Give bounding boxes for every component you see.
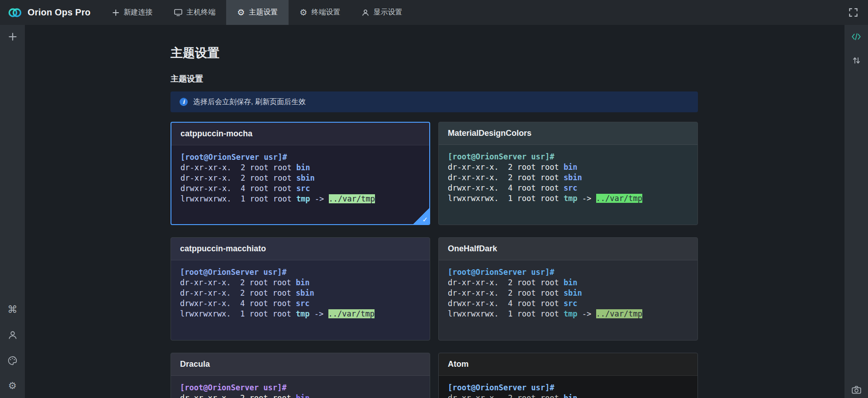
theme-grid: catppuccin-mocha [root@OrionServer usr]#… [171, 122, 698, 398]
terminal-icon [174, 9, 182, 16]
gear-icon: ⚙ [299, 8, 307, 17]
check-mark: ✓ [422, 216, 428, 224]
nav-item-label: 新建连接 [123, 8, 152, 17]
theme-card[interactable]: Atom [root@OrionServer usr]#dr-xr-xr-x. … [438, 353, 698, 398]
theme-card[interactable]: Dracula [root@OrionServer usr]#dr-xr-xr-… [171, 353, 430, 398]
palette-icon[interactable] [7, 355, 19, 366]
terminal-prompt-line: [root@OrionServer usr]# [448, 267, 688, 278]
terminal-line: dr-xr-xr-x. 2 root root bin [448, 393, 688, 398]
terminal-line: dr-xr-xr-x. 2 root root bin [180, 393, 421, 398]
terminal-prompt-line: [root@OrionServer usr]# [448, 383, 688, 393]
theme-card[interactable]: MaterialDesignColors [root@OrionServer u… [438, 122, 698, 225]
selected-check-icon: ✓ [413, 207, 430, 225]
theme-card-header: OneHalfDark [439, 238, 697, 260]
terminal-preview: [root@OrionServer usr]#dr-xr-xr-x. 2 roo… [171, 145, 429, 211]
theme-name: catppuccin-mocha [180, 129, 252, 139]
nav-item-label: 终端设置 [311, 8, 340, 17]
terminal-line: dr-xr-xr-x. 2 root root bin [180, 163, 420, 173]
nav-item[interactable]: 主机终端 [163, 0, 226, 25]
terminal-line: dr-xr-xr-x. 2 root root bin [448, 162, 688, 173]
terminal-line: drwxr-xr-x. 4 root root src [180, 183, 420, 194]
topbar: Orion Ops Pro 新建连接 主机终端 ⚙ 主题设置 ⚙ 终端设置 [0, 0, 868, 25]
terminal-preview: [root@OrionServer usr]#dr-xr-xr-x. 2 roo… [439, 145, 697, 211]
info-alert-text: 选择后会立刻保存, 刷新页面后生效 [193, 97, 306, 107]
right-rail [844, 25, 868, 398]
theme-card-header: Atom [439, 353, 697, 376]
camera-icon[interactable] [850, 384, 862, 396]
section-title: 主题设置 [171, 74, 844, 84]
nav-item[interactable]: ⚙ 主题设置 [226, 0, 289, 25]
terminal-prompt-line: [root@OrionServer usr]# [180, 152, 420, 163]
terminal-prompt-line: [root@OrionServer usr]# [448, 152, 688, 162]
terminal-prompt-line: [root@OrionServer usr]# [180, 267, 421, 278]
theme-card-header: catppuccin-macchiato [171, 238, 430, 260]
nav-item[interactable]: 显示设置 [351, 0, 413, 25]
theme-name: catppuccin-macchiato [180, 244, 266, 254]
fullscreen-icon[interactable] [849, 8, 858, 17]
app-brand: Orion Ops Pro [0, 5, 101, 20]
left-rail: ⌘ ⚙ [0, 25, 25, 398]
terminal-line: drwxr-xr-x. 4 root root src [448, 183, 688, 193]
nav-item-label: 显示设置 [373, 8, 402, 17]
terminal-line: drwxr-xr-x. 4 root root src [180, 298, 421, 309]
top-nav: 新建连接 主机终端 ⚙ 主题设置 ⚙ 终端设置 显示设置 [101, 0, 413, 25]
app-logo-icon [7, 5, 23, 20]
theme-name: MaterialDesignColors [448, 129, 531, 138]
page-title: 主题设置 [171, 45, 844, 61]
theme-card-header: catppuccin-mocha [171, 123, 429, 145]
main-content: 主题设置 主题设置 i 选择后会立刻保存, 刷新页面后生效 catppuccin… [25, 25, 844, 398]
theme-card-header: Dracula [171, 353, 430, 376]
terminal-preview: [root@OrionServer usr]#dr-xr-xr-x. 2 roo… [439, 260, 697, 326]
theme-name: Atom [448, 360, 469, 369]
terminal-line: lrwxrwxrwx. 1 root root tmp -> ../var/tm… [180, 309, 421, 319]
sort-icon[interactable] [850, 54, 862, 66]
app-title: Orion Ops Pro [28, 7, 90, 18]
terminal-line: dr-xr-xr-x. 2 root root sbin [180, 288, 421, 298]
terminal-line: dr-xr-xr-x. 2 root root sbin [448, 173, 688, 183]
plus-icon[interactable] [7, 31, 19, 43]
terminal-line: drwxr-xr-x. 4 root root src [448, 298, 688, 309]
terminal-line: lrwxrwxrwx. 1 root root tmp -> ../var/tm… [180, 194, 420, 204]
info-icon: i [180, 98, 188, 106]
gear-icon[interactable]: ⚙ [7, 380, 19, 392]
info-alert: i 选择后会立刻保存, 刷新页面后生效 [171, 91, 698, 112]
theme-name: Dracula [180, 360, 210, 369]
theme-card-header: MaterialDesignColors [439, 122, 697, 145]
user-icon [362, 9, 369, 16]
nav-item-label: 主题设置 [249, 8, 278, 17]
command-icon[interactable]: ⌘ [7, 304, 19, 316]
terminal-line: dr-xr-xr-x. 2 root root bin [448, 278, 688, 288]
user-icon[interactable] [7, 329, 19, 341]
terminal-preview: [root@OrionServer usr]#dr-xr-xr-x. 2 roo… [171, 260, 430, 326]
plus-icon [112, 9, 119, 16]
nav-item-label: 主机终端 [186, 8, 215, 17]
terminal-preview: [root@OrionServer usr]#dr-xr-xr-x. 2 roo… [439, 376, 697, 398]
gear-icon: ⚙ [237, 8, 245, 17]
terminal-line: dr-xr-xr-x. 2 root root bin [180, 278, 421, 288]
theme-card[interactable]: catppuccin-macchiato [root@OrionServer u… [171, 237, 430, 340]
terminal-line: lrwxrwxrwx. 1 root root tmp -> ../var/tm… [448, 309, 688, 319]
nav-item[interactable]: 新建连接 [101, 0, 163, 25]
terminal-line: lrwxrwxrwx. 1 root root tmp -> ../var/tm… [448, 193, 688, 204]
theme-name: OneHalfDark [448, 244, 497, 254]
terminal-prompt-line: [root@OrionServer usr]# [180, 383, 421, 393]
theme-card[interactable]: catppuccin-mocha [root@OrionServer usr]#… [171, 122, 430, 225]
terminal-line: dr-xr-xr-x. 2 root root sbin [448, 288, 688, 298]
nav-item[interactable]: ⚙ 终端设置 [289, 0, 351, 25]
code-icon[interactable] [850, 31, 862, 43]
terminal-line: dr-xr-xr-x. 2 root root sbin [180, 173, 420, 183]
terminal-preview: [root@OrionServer usr]#dr-xr-xr-x. 2 roo… [171, 376, 430, 398]
theme-card[interactable]: OneHalfDark [root@OrionServer usr]#dr-xr… [438, 237, 698, 340]
